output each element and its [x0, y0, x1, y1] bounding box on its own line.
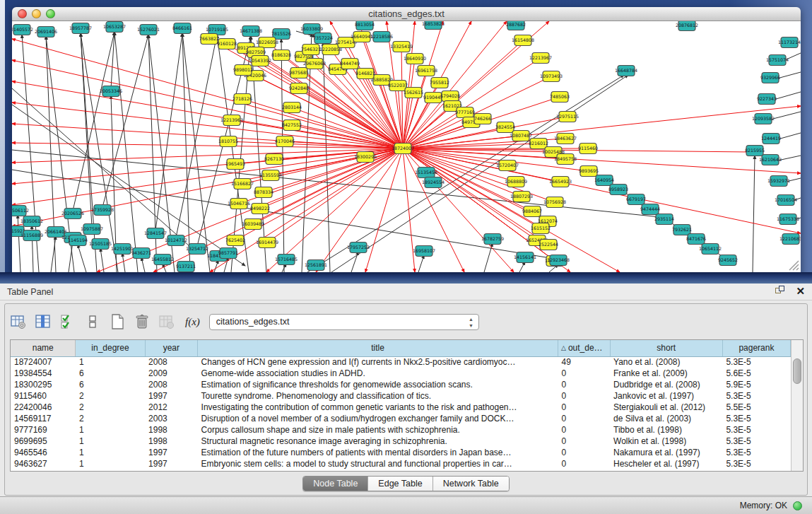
table-cell[interactable]: 0 — [558, 368, 610, 379]
network-node[interactable]: 9146821 — [355, 69, 375, 79]
close-panel-icon[interactable]: ✕ — [796, 286, 805, 296]
network-node[interactable]: 8215955 — [745, 146, 765, 156]
table-cell[interactable]: 2008 — [145, 356, 198, 368]
table-cell[interactable]: 14569117 — [11, 413, 76, 424]
table-cell[interactable]: Tourette syndrome. Phenomenology and cla… — [198, 390, 558, 402]
network-node[interactable]: 9242848 — [289, 83, 309, 94]
table-cell[interactable]: 1 — [76, 356, 145, 368]
network-node[interactable]: 9875685 — [289, 68, 309, 78]
table-cell[interactable]: 0 — [558, 390, 610, 402]
network-node[interactable]: 10973493 — [540, 71, 563, 82]
table-cell[interactable]: Hescheler et al. (1997) — [610, 458, 722, 469]
table-cell[interactable]: 1998 — [145, 436, 198, 447]
table-cell[interactable]: Disruption of a novel member of a sodium… — [198, 413, 558, 424]
table-cell[interactable]: 0 — [558, 424, 610, 436]
column-header-short[interactable]: short — [610, 340, 722, 356]
network-node[interactable]: 10807487 — [510, 131, 532, 141]
network-node[interactable]: 16210643 — [759, 155, 782, 165]
table-cell[interactable]: Franke et al. (2009) — [610, 368, 722, 379]
network-node[interactable]: 7625402 — [225, 235, 245, 246]
scrollbar-thumb[interactable] — [793, 358, 801, 384]
resize-grip-icon[interactable] — [785, 257, 799, 271]
network-node[interactable]: 12975115 — [556, 112, 579, 122]
table-cell[interactable]: 5.3E-5 — [722, 356, 790, 368]
network-node[interactable]: 2718126 — [233, 94, 252, 105]
table-cell[interactable]: 1 — [76, 424, 145, 436]
network-node[interactable]: 15276021 — [137, 25, 160, 35]
table-cell[interactable]: 1997 — [145, 447, 198, 458]
table-cell[interactable]: 0 — [558, 436, 610, 447]
network-node[interactable]: 16782759 — [481, 234, 504, 245]
close-window-icon[interactable] — [18, 9, 27, 18]
network-node[interactable]: 16853823 — [422, 21, 445, 30]
table-cell[interactable]: 0 — [558, 402, 610, 413]
network-node[interactable]: 9245652 — [718, 255, 738, 266]
network-node[interactable]: 1615152 — [531, 223, 551, 234]
network-node[interactable]: 9227343 — [757, 94, 777, 105]
network-node[interactable]: 13325419 — [390, 42, 413, 52]
table-cell[interactable]: 2008 — [145, 379, 198, 390]
table-cell[interactable]: 5.5E-5 — [722, 402, 790, 413]
table-cell[interactable]: 1997 — [145, 390, 198, 402]
network-node[interactable]: 7663822 — [199, 34, 219, 45]
table-row[interactable]: 946554611997Estimation of the future num… — [11, 447, 791, 458]
network-node[interactable]: 16648784 — [615, 66, 637, 76]
table-cell[interactable]: 5.9E-5 — [722, 379, 790, 390]
network-node[interactable]: 7546321 — [301, 45, 321, 55]
table-cell[interactable]: 19384554 — [11, 368, 76, 379]
table-cell[interactable]: 5.6E-5 — [722, 368, 790, 379]
network-node[interactable]: 12506112 — [12, 206, 29, 216]
column-header-title[interactable]: title — [198, 340, 558, 356]
table-row[interactable]: 1830029562008Estimation of significance … — [11, 379, 791, 390]
table-cell[interactable]: 9463627 — [11, 458, 76, 469]
network-node[interactable]: 29676068 — [303, 59, 326, 69]
network-node[interactable]: 9115460 — [578, 144, 598, 154]
table-cell[interactable]: 0 — [558, 458, 610, 469]
network-node[interactable]: 1244419 — [761, 134, 781, 144]
network-node[interactable]: 12210683 — [779, 234, 801, 245]
network-node[interactable]: 18640910 — [404, 54, 426, 64]
row-selection-button[interactable] — [59, 313, 77, 331]
memory-status-icon[interactable] — [793, 501, 802, 510]
network-node[interactable]: 10654112 — [699, 244, 722, 255]
table-cell[interactable]: Investigating the contribution of common… — [198, 402, 558, 413]
network-node[interactable]: 12505185 — [89, 239, 112, 250]
table-cell[interactable]: de Silva et al. (2003) — [610, 413, 722, 424]
network-node[interactable]: 20876812 — [676, 21, 698, 31]
network-node[interactable]: 13254712 — [186, 244, 208, 255]
network-node[interactable]: 10543392 — [249, 56, 271, 66]
network-node[interactable]: 16654923 — [549, 177, 572, 187]
network-node[interactable]: 11355594 — [259, 170, 282, 181]
zoom-window-icon[interactable] — [46, 9, 55, 18]
table-cell[interactable]: 1998 — [145, 424, 198, 436]
network-node[interactable]: 17016504 — [775, 195, 797, 206]
table-row[interactable]: 2242004622012Investigating the contribut… — [11, 402, 791, 413]
network-node[interactable]: 8444749 — [340, 59, 360, 69]
network-node[interactable]: 7955812 — [430, 78, 449, 88]
table-cell[interactable]: 9115460 — [11, 390, 76, 402]
network-node[interactable]: 12093582 — [752, 114, 775, 124]
network-view-window[interactable]: citations_edges.txt 21405572206914061895… — [12, 7, 801, 276]
table-cell[interactable]: 1 — [76, 458, 145, 469]
network-node[interactable]: 9898012 — [233, 65, 253, 76]
network-node[interactable]: 10756928 — [543, 197, 566, 208]
network-node[interactable]: 1562615 — [404, 88, 423, 98]
table-cell[interactable]: 49 — [558, 356, 610, 368]
network-node[interactable]: 4170046 — [275, 136, 295, 147]
network-node[interactable]: 14671388 — [240, 26, 262, 37]
network-node[interactable]: 18807293 — [510, 192, 533, 202]
table-mode-button[interactable] — [9, 313, 28, 331]
column-header-out_de[interactable]: △out_de… — [558, 340, 610, 356]
table-cell[interactable]: 2012 — [145, 402, 198, 413]
network-node[interactable]: 1810755 — [218, 136, 238, 147]
column-header-name[interactable]: name — [11, 340, 76, 356]
network-node[interactable]: 2887682 — [506, 21, 526, 30]
network-node[interactable]: 10124712 — [165, 235, 187, 246]
network-node[interactable]: 15166827 — [231, 179, 254, 189]
table-cell[interactable]: Structural magnetic resonance image aver… — [198, 436, 558, 447]
network-node[interactable]: 8878334 — [254, 187, 273, 198]
network-node[interactable]: 14251901 — [111, 244, 134, 255]
table-cell[interactable]: 2 — [76, 390, 145, 402]
hub-node[interactable]: 18724007 — [392, 144, 414, 154]
network-node[interactable]: 8186328 — [271, 50, 291, 61]
